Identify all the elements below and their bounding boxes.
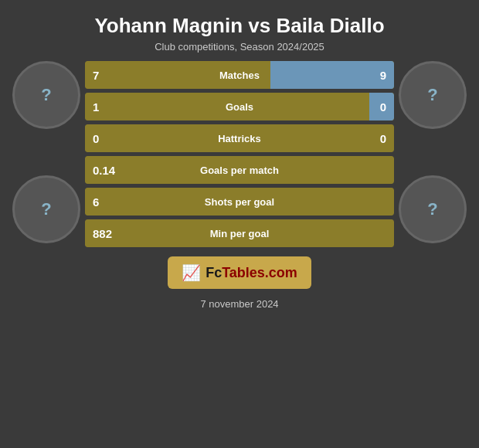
stat-row-mpg: 882 Min per goal	[85, 219, 394, 247]
goals-label: Goals	[116, 101, 363, 113]
hattricks-left-val: 0	[93, 132, 116, 145]
hattricks-label: Hattricks	[116, 133, 363, 144]
stats-center: 7 Matches 9 1 Goals 0 0	[85, 61, 394, 247]
mpg-left-val: 882	[93, 227, 116, 240]
right-avatars: ? ?	[398, 61, 467, 243]
avatar-question-icon: ?	[41, 85, 51, 105]
stat-row-matches: 7 Matches 9	[85, 61, 394, 89]
branding-box: 📈 FcTables.com	[168, 256, 311, 289]
branding-section: 📈 FcTables.com	[168, 256, 311, 289]
stat-row-goals: 1 Goals 0	[85, 93, 394, 120]
subtitle: Club competitions, Season 2024/2025	[94, 41, 384, 53]
left-avatar-top: ?	[12, 61, 80, 129]
avatar-question-icon-2: ?	[41, 199, 51, 219]
stat-row-spg: 6 Shots per goal	[85, 188, 394, 216]
stat-content-gpm: 0.14 Goals per match	[85, 156, 394, 184]
stat-row-gpm: 0.14 Goals per match	[85, 156, 394, 184]
matches-left-val: 7	[93, 69, 116, 82]
spg-label: Shots per goal	[116, 196, 363, 208]
goals-left-val: 1	[93, 100, 116, 114]
matches-right-val: 9	[363, 69, 386, 82]
gpm-label: Goals per match	[116, 165, 363, 176]
gpm-left-val: 0.14	[93, 164, 116, 177]
avatar-question-icon-4: ?	[427, 199, 437, 219]
left-avatars: ? ?	[12, 61, 81, 243]
stat-content-hattricks: 0 Hattricks 0	[85, 124, 394, 152]
brand-text: FcTables.com	[206, 265, 297, 281]
mpg-label: Min per goal	[116, 228, 363, 239]
title-section: Yohann Magnin vs Baila Diallo Club compe…	[79, 0, 399, 57]
matches-label: Matches	[116, 70, 363, 81]
brand-chart-icon: 📈	[182, 263, 201, 282]
stat-content-spg: 6 Shots per goal	[85, 188, 394, 216]
spg-left-val: 6	[93, 195, 116, 209]
stat-content-goals: 1 Goals 0	[85, 93, 394, 120]
footer-date: 7 november 2024	[200, 298, 278, 310]
main-title: Yohann Magnin vs Baila Diallo	[94, 14, 384, 38]
goals-right-val: 0	[363, 100, 386, 114]
right-avatar-bottom: ?	[399, 175, 467, 243]
right-avatar-top: ?	[399, 61, 467, 129]
avatar-question-icon-3: ?	[427, 85, 437, 105]
stat-row-hattricks: 0 Hattricks 0	[85, 124, 394, 152]
page-container: Yohann Magnin vs Baila Diallo Club compe…	[0, 0, 479, 448]
left-avatar-bottom: ?	[12, 175, 80, 243]
main-content: ? ? 7 Matches 9	[0, 61, 479, 247]
stat-content-matches: 7 Matches 9	[85, 61, 394, 89]
hattricks-right-val: 0	[363, 132, 386, 145]
stat-content-mpg: 882 Min per goal	[85, 219, 394, 247]
